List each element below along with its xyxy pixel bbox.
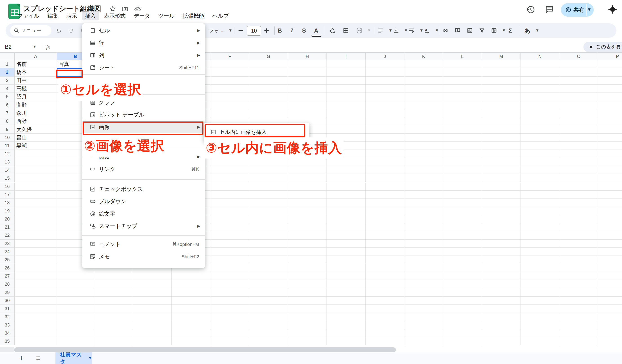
row-header-18[interactable]: 18 [0, 199, 15, 207]
sheet-tab-caret-icon[interactable]: ▼ [88, 356, 92, 360]
row-header-7[interactable]: 7 [0, 109, 15, 117]
cell-J20[interactable] [366, 215, 404, 223]
cell-C33[interactable] [94, 321, 133, 329]
cell-P29[interactable] [598, 288, 622, 296]
cell-K26[interactable] [404, 264, 443, 272]
cell-E27[interactable] [172, 272, 210, 280]
cell-N10[interactable] [521, 134, 560, 142]
cell-A12[interactable] [15, 150, 57, 158]
cell-D35[interactable] [133, 337, 172, 345]
strikethrough-icon[interactable]: S [299, 26, 309, 36]
cell-F1[interactable] [210, 60, 249, 68]
cell-E28[interactable] [172, 280, 210, 288]
row-header-12[interactable]: 12 [0, 150, 15, 158]
dropdown-caret-icon[interactable]: ▼ [434, 26, 439, 36]
cell-P2[interactable] [598, 68, 622, 76]
cell-P20[interactable] [598, 215, 622, 223]
menu-search-button[interactable]: メニュー [10, 25, 51, 36]
cell-F19[interactable] [210, 207, 249, 215]
cell-G16[interactable] [249, 183, 288, 191]
cell-I9[interactable] [327, 125, 366, 133]
cell-M29[interactable] [482, 288, 521, 296]
cell-H21[interactable] [288, 223, 327, 231]
cell-L20[interactable] [443, 215, 482, 223]
cell-M11[interactable] [482, 142, 521, 150]
cell-G20[interactable] [249, 215, 288, 223]
cell-P17[interactable] [598, 191, 622, 199]
cell-O9[interactable] [559, 125, 598, 133]
cell-O34[interactable] [559, 329, 598, 337]
cell-M22[interactable] [482, 231, 521, 239]
cell-E30[interactable] [172, 297, 210, 305]
row-header-34[interactable]: 34 [0, 329, 15, 337]
cell-G27[interactable] [249, 272, 288, 280]
cell-M13[interactable] [482, 158, 521, 166]
cell-I18[interactable] [327, 199, 366, 207]
cell-N14[interactable] [521, 166, 560, 174]
cell-H33[interactable] [288, 321, 327, 329]
cell-K20[interactable] [404, 215, 443, 223]
horizontal-scrollbar-thumb[interactable] [14, 347, 396, 352]
cell-I24[interactable] [327, 248, 366, 256]
cell-O3[interactable] [559, 77, 598, 85]
table-summary-chip[interactable]: この表を要 [583, 42, 622, 52]
cell-J11[interactable] [366, 142, 404, 150]
cell-E29[interactable] [172, 288, 210, 296]
cell-N20[interactable] [521, 215, 560, 223]
menubar-item-item[interactable]: 表示形式 [101, 11, 129, 20]
cell-P13[interactable] [598, 158, 622, 166]
cell-N24[interactable] [521, 248, 560, 256]
cell-P30[interactable] [598, 297, 622, 305]
cell-K35[interactable] [404, 337, 443, 345]
cell-P15[interactable] [598, 174, 622, 182]
insert-chart-icon[interactable] [465, 26, 475, 36]
cell-J16[interactable] [366, 183, 404, 191]
cell-M25[interactable] [482, 256, 521, 264]
cell-F14[interactable] [210, 166, 249, 174]
cell-P10[interactable] [598, 134, 622, 142]
cell-F27[interactable] [210, 272, 249, 280]
cell-N8[interactable] [521, 117, 560, 125]
cell-B28[interactable] [57, 280, 94, 288]
cell-P22[interactable] [598, 231, 622, 239]
row-header-9[interactable]: 9 [0, 125, 15, 133]
row-header-31[interactable]: 31 [0, 305, 15, 313]
font-size-input[interactable]: 10 [247, 26, 261, 36]
row-header-14[interactable]: 14 [0, 166, 15, 174]
column-header-K[interactable]: K [404, 53, 443, 60]
cell-N15[interactable] [521, 174, 560, 182]
cell-G5[interactable] [249, 93, 288, 101]
cell-O22[interactable] [559, 231, 598, 239]
menu-item-sheet[interactable]: シートShift+F11 [82, 61, 205, 74]
decrease-font-size-icon[interactable] [236, 26, 246, 36]
cell-H4[interactable] [288, 85, 327, 93]
menubar-item-item[interactable]: ヘルプ [209, 11, 233, 20]
cell-E35[interactable] [172, 337, 210, 345]
cell-J3[interactable] [366, 77, 404, 85]
cell-F35[interactable] [210, 337, 249, 345]
cell-B30[interactable] [57, 297, 94, 305]
cell-G3[interactable] [249, 77, 288, 85]
cell-N23[interactable] [521, 240, 560, 248]
cell-J24[interactable] [366, 248, 404, 256]
cell-P7[interactable] [598, 109, 622, 117]
cell-I25[interactable] [327, 256, 366, 264]
cell-A3[interactable]: 田中 [15, 77, 57, 85]
cell-P23[interactable] [598, 240, 622, 248]
cell-O17[interactable] [559, 191, 598, 199]
cell-I5[interactable] [327, 93, 366, 101]
cell-I33[interactable] [327, 321, 366, 329]
cell-F26[interactable] [210, 264, 249, 272]
cell-I13[interactable] [327, 158, 366, 166]
cell-M16[interactable] [482, 183, 521, 191]
cell-G2[interactable] [249, 68, 288, 76]
cell-H18[interactable] [288, 199, 327, 207]
cell-M35[interactable] [482, 337, 521, 345]
cell-O33[interactable] [559, 321, 598, 329]
cell-F31[interactable] [210, 305, 249, 313]
cell-F4[interactable] [210, 85, 249, 93]
row-header-20[interactable]: 20 [0, 215, 15, 223]
cell-F22[interactable] [210, 231, 249, 239]
cell-K32[interactable] [404, 313, 443, 321]
increase-font-size-icon[interactable] [262, 26, 272, 36]
